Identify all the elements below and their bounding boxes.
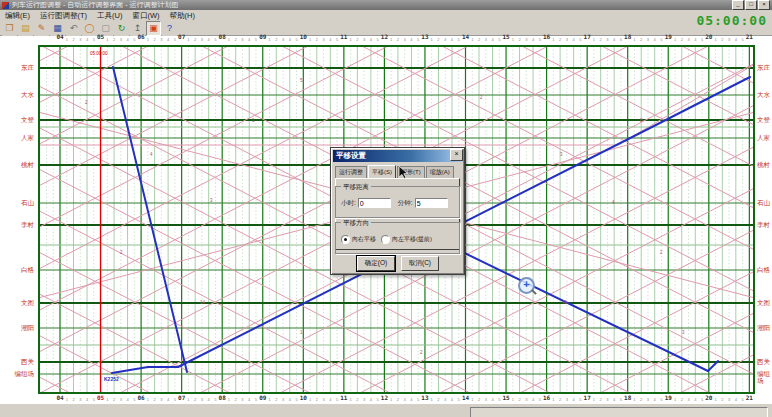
shift-distance-group: 平移距离 小时: 分钟: (335, 186, 460, 218)
status-panel (470, 407, 768, 417)
refresh-icon[interactable]: ↻ (114, 21, 129, 36)
help-icon[interactable]: ? (162, 21, 177, 36)
stop-icon[interactable]: ◯ (82, 21, 97, 36)
ok-button[interactable]: 确定(O) (357, 256, 395, 271)
title-bar: 列车运行图调整 - 自动运行调整界面 - 运行调整计划图 _ □ × (0, 0, 772, 10)
radio-shift-right[interactable] (341, 235, 350, 244)
minutes-input[interactable] (415, 198, 448, 208)
save-icon[interactable]: ▦ (50, 21, 65, 36)
dialog-tabs: 运行调整 平移(S) 图形(T) 缩放(A) (335, 165, 460, 179)
radio-shift-left-label: 向左平移(提前) (392, 235, 432, 244)
blank-page-icon[interactable]: ▢ (98, 21, 113, 36)
open-file-icon[interactable]: ▤ (18, 21, 33, 36)
edit-icon[interactable]: ✎ (34, 21, 49, 36)
zoom-cursor-icon (518, 277, 535, 294)
tab-shift[interactable]: 平移(S) (368, 165, 396, 179)
tab-graphic[interactable]: 图形(T) (397, 166, 425, 178)
menu-item-4[interactable]: 帮助(H) (165, 11, 200, 21)
undo-icon[interactable]: ↶ (66, 21, 81, 36)
system-clock: 05:00:00 (696, 13, 767, 28)
dialog-close-icon[interactable]: × (450, 149, 463, 161)
shift-distance-label: 平移距离 (341, 183, 371, 192)
app-icon (2, 2, 9, 9)
window-title: 列车运行图调整 - 自动运行调整界面 - 运行调整计划图 (12, 0, 731, 10)
hours-label: 小时: (341, 199, 356, 208)
shift-dialog: 平移设置 × 运行调整 平移(S) 图形(T) 缩放(A) 平移距离 小时: 分… (330, 147, 465, 275)
radio-shift-right-label: 向右平移 (352, 235, 376, 244)
minutes-label: 分钟: (398, 199, 413, 208)
close-button[interactable]: × (758, 0, 770, 10)
tab-adjust[interactable]: 运行调整 (335, 166, 367, 178)
hours-input[interactable] (358, 198, 391, 208)
application-window: { "window": { "title": "列车运行图调整 - 自动运行调整… (0, 0, 772, 417)
menu-item-0[interactable]: 编辑(E) (0, 11, 35, 21)
menu-bar: 编辑(E)运行图调整(T)工具(U)窗口(W)帮助(H) (0, 10, 772, 21)
menu-item-2[interactable]: 工具(U) (92, 11, 127, 21)
menu-item-1[interactable]: 运行图调整(T) (35, 11, 92, 21)
status-bar (0, 403, 772, 417)
new-diagram-icon[interactable]: ❐ (2, 21, 17, 36)
shift-direction-group: 平移方向 向右平移 向左平移(提前) (335, 222, 460, 254)
menu-item-3[interactable]: 窗口(W) (128, 11, 165, 21)
tab-zoom[interactable]: 缩放(A) (426, 166, 454, 178)
dialog-title[interactable]: 平移设置 (333, 150, 462, 162)
radio-shift-left[interactable] (381, 235, 390, 244)
cancel-button[interactable]: 取消(C) (401, 256, 439, 271)
toolbar: ❐▤✎▦↶◯▢↻↥▣? (0, 21, 772, 36)
maximize-button[interactable]: □ (745, 0, 757, 10)
upload-icon[interactable]: ↥ (130, 21, 145, 36)
adjust-mode-icon[interactable]: ▣ (146, 21, 161, 36)
shift-direction-label: 平移方向 (341, 219, 371, 228)
minimize-button[interactable]: _ (732, 0, 744, 10)
